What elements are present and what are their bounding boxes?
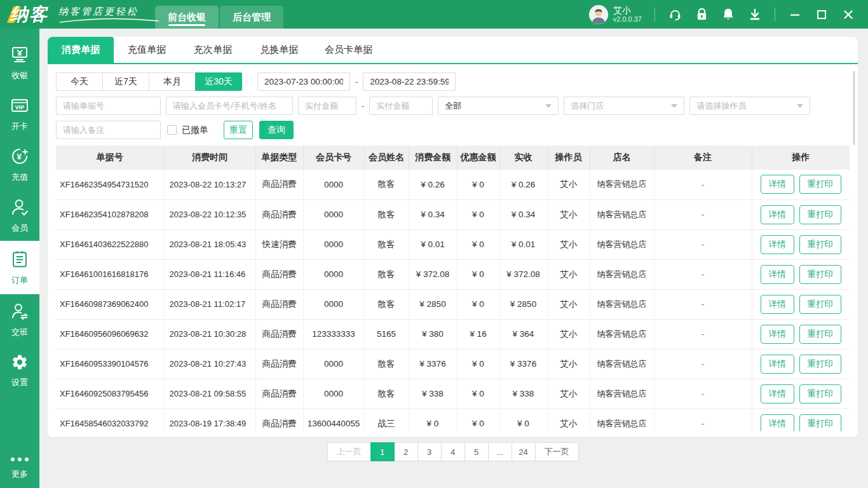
table-row: XF16460956096069632 2023-08-21 10:30:28 … <box>56 319 850 349</box>
table-row: XF16461403622522880 2023-08-21 18:05:43 … <box>56 229 850 259</box>
reprint-button[interactable]: 重打印 <box>799 265 842 284</box>
amount-max-input[interactable] <box>369 97 433 115</box>
detail-button[interactable]: 详情 <box>761 384 794 403</box>
reprint-button[interactable]: 重打印 <box>799 384 842 403</box>
page-button[interactable]: 4 <box>441 442 465 461</box>
more-dots-icon <box>10 454 30 465</box>
preset-30days-button[interactable]: 近30天 <box>195 72 242 91</box>
member-icon <box>10 198 29 219</box>
sidebar-item-cashier[interactable]: 收银 <box>0 37 39 88</box>
sidebar-item-member[interactable]: 会员 <box>0 190 39 241</box>
cancelled-checkbox[interactable] <box>167 125 177 135</box>
lock-icon[interactable] <box>695 8 709 22</box>
main-content: 消费单据 充值单据 充次单据 兑换单据 会员卡单据 今天 近7天 本月 近30天… <box>39 29 868 488</box>
detail-button[interactable]: 详情 <box>761 355 794 374</box>
remark-input[interactable] <box>56 121 161 139</box>
table-row: XF16462354102878208 2023-08-22 10:12:35 … <box>56 200 850 229</box>
divider <box>775 8 775 22</box>
chevron-down-icon <box>545 104 552 108</box>
next-page-button[interactable]: 下一页 <box>535 442 579 461</box>
sidebar-item-more[interactable]: 更多 <box>0 449 39 484</box>
sidebar-item-open-card[interactable]: VIP 开卡 <box>0 88 39 139</box>
reprint-button[interactable]: 重打印 <box>799 355 842 374</box>
order-type-tabs: 消费单据 充值单据 充次单据 兑换单据 会员卡单据 <box>48 37 858 64</box>
reprint-button[interactable]: 重打印 <box>799 175 842 194</box>
preset-today-button[interactable]: 今天 <box>56 72 103 91</box>
member-search-input[interactable] <box>166 97 293 115</box>
prev-page-button[interactable]: 上一页 <box>327 442 371 461</box>
detail-button[interactable]: 详情 <box>761 325 794 344</box>
table-row: XF16458546032033792 2023-08-19 17:38:49 … <box>56 409 850 431</box>
recharge-icon: ¥ <box>10 147 29 168</box>
detail-button[interactable]: 详情 <box>761 235 794 254</box>
user-account[interactable]: 艾小 v2.0.0.37 <box>589 5 642 24</box>
order-no-input[interactable] <box>56 97 161 115</box>
table-row: XF16462354954731520 2023-08-22 10:13:27 … <box>56 170 850 200</box>
app-logo: 纳客 <box>10 3 48 27</box>
vertical-scrollbar[interactable] <box>853 71 855 145</box>
reprint-button[interactable]: 重打印 <box>799 235 842 254</box>
reprint-button[interactable]: 重打印 <box>799 325 842 344</box>
preset-7days-button[interactable]: 近7天 <box>102 72 149 91</box>
close-button[interactable] <box>841 8 855 22</box>
table-header-row: 单据号 消费时间 单据类型 会员卡号 会员姓名 消费金额 优惠金额 实收 操作员… <box>56 146 850 170</box>
amount-min-input[interactable] <box>298 97 356 115</box>
vip-card-icon: VIP <box>10 96 30 118</box>
tab-front-cashier[interactable]: 前台收银 <box>155 6 219 29</box>
sidebar-item-orders[interactable]: 订单 <box>0 241 39 294</box>
table-body: XF16462354954731520 2023-08-22 10:13:27 … <box>56 170 850 431</box>
top-nav-tabs: 前台收银 后台管理 <box>155 0 283 29</box>
order-type-select[interactable]: 全部 <box>438 97 559 115</box>
store-select[interactable]: 选择门店 <box>564 97 684 115</box>
sidebar-item-shift-change[interactable]: 交班 <box>0 294 39 345</box>
page-button[interactable]: 2 <box>394 442 418 461</box>
tab-times-orders[interactable]: 充次单据 <box>180 37 246 63</box>
date-from-input[interactable] <box>257 72 350 91</box>
chevron-down-icon <box>671 104 677 108</box>
date-to-input[interactable] <box>363 72 456 91</box>
divider <box>654 8 655 22</box>
slogan-underline <box>58 18 160 23</box>
minimize-button[interactable] <box>788 8 802 22</box>
detail-button[interactable]: 详情 <box>761 175 794 194</box>
maximize-button[interactable] <box>815 8 829 22</box>
notification-bell-icon[interactable] <box>721 8 735 22</box>
detail-button[interactable]: 详情 <box>761 295 794 314</box>
page-button[interactable]: 24 <box>512 442 536 461</box>
svg-text:¥: ¥ <box>17 151 22 161</box>
pagination: 上一页 12345...24 下一页 <box>48 442 858 461</box>
page-button[interactable]: 3 <box>417 442 442 461</box>
pagination-pages: 12345...24 <box>371 442 536 461</box>
reprint-button[interactable]: 重打印 <box>799 205 842 224</box>
tab-backend-management[interactable]: 后台管理 <box>220 6 283 29</box>
search-button[interactable]: 查询 <box>259 121 294 139</box>
chevron-down-icon <box>797 104 803 108</box>
tab-member-card-orders[interactable]: 会员卡单据 <box>312 37 385 63</box>
reprint-button[interactable]: 重打印 <box>799 295 842 314</box>
download-update-icon[interactable] <box>748 8 762 22</box>
tab-recharge-orders[interactable]: 充值单据 <box>114 37 180 63</box>
support-headset-icon[interactable] <box>668 8 682 22</box>
tab-consume-orders[interactable]: 消费单据 <box>48 37 114 63</box>
detail-button[interactable]: 详情 <box>761 414 794 432</box>
table-row: XF16461001616818176 2023-08-21 11:16:46 … <box>56 259 850 289</box>
table-row: XF16460953390104576 2023-08-21 10:27:43 … <box>56 349 850 379</box>
reprint-button[interactable]: 重打印 <box>799 414 842 432</box>
tab-exchange-orders[interactable]: 兑换单据 <box>246 37 312 63</box>
operator-select[interactable]: 请选择操作员 <box>689 97 810 115</box>
slogan: 纳客管店更轻松 <box>58 6 139 23</box>
page-button[interactable]: 5 <box>465 442 489 461</box>
sidebar-item-recharge[interactable]: ¥ 充值 <box>0 139 39 190</box>
detail-button[interactable]: 详情 <box>761 205 794 224</box>
preset-month-button[interactable]: 本月 <box>149 72 196 91</box>
orders-panel: 消费单据 充值单据 充次单据 兑换单据 会员卡单据 今天 近7天 本月 近30天… <box>48 37 858 437</box>
page-button[interactable]: 1 <box>370 442 395 461</box>
reset-button[interactable]: 重置 <box>224 121 253 139</box>
date-range-separator: - <box>355 77 358 86</box>
sidebar-item-settings[interactable]: 设置 <box>0 345 39 396</box>
detail-button[interactable]: 详情 <box>761 265 794 284</box>
sidebar: 收银 VIP 开卡 ¥ 充值 会员 订单 交班 设置 更多 <box>0 29 39 488</box>
orders-table: 单据号 消费时间 单据类型 会员卡号 会员姓名 消费金额 优惠金额 实收 操作员… <box>56 146 850 431</box>
cash-register-icon <box>10 45 29 67</box>
page-button[interactable]: ... <box>488 442 512 461</box>
